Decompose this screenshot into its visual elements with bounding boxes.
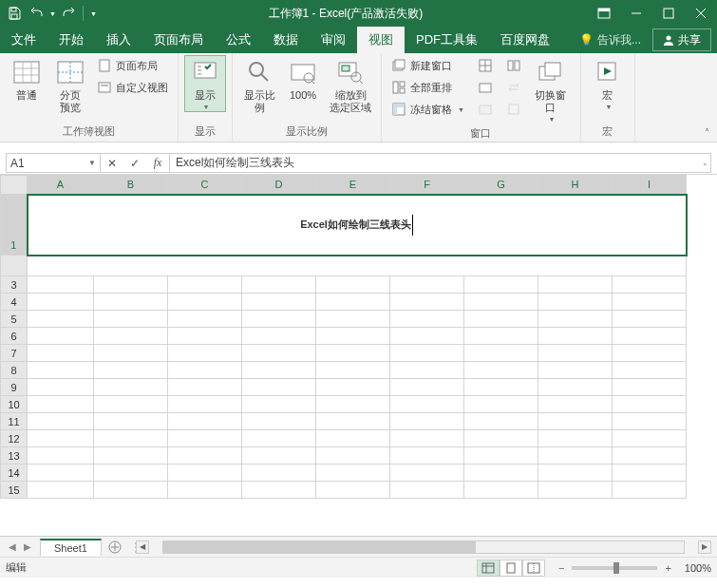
cell[interactable] xyxy=(390,396,464,413)
cell[interactable] xyxy=(464,482,538,499)
sync-scroll-button[interactable] xyxy=(502,77,525,98)
col-header[interactable]: A xyxy=(28,176,94,195)
arrange-all-button[interactable]: 全部重排 xyxy=(387,77,468,98)
pagebreak-view-button[interactable]: 分页 预览 xyxy=(49,55,91,116)
col-header[interactable]: C xyxy=(168,176,242,195)
cell[interactable] xyxy=(316,482,390,499)
cell[interactable] xyxy=(613,294,687,311)
cell[interactable] xyxy=(613,413,687,430)
cell[interactable] xyxy=(390,482,464,499)
cell[interactable] xyxy=(28,256,687,276)
scroll-left-icon[interactable]: ◀ xyxy=(136,541,149,554)
cell[interactable] xyxy=(94,362,168,379)
cell[interactable] xyxy=(390,447,464,465)
zoom-slider[interactable] xyxy=(572,566,657,570)
row-header[interactable]: 7 xyxy=(1,345,28,362)
cell[interactable] xyxy=(168,379,242,396)
redo-icon[interactable] xyxy=(58,3,79,24)
add-sheet-button[interactable] xyxy=(105,539,124,556)
normal-view-button[interactable]: 普通 xyxy=(6,55,47,104)
cell[interactable] xyxy=(242,328,316,345)
row-header[interactable]: 15 xyxy=(1,482,28,499)
cell[interactable] xyxy=(242,413,316,430)
cell[interactable] xyxy=(242,447,316,465)
cell[interactable] xyxy=(168,294,242,311)
cell[interactable] xyxy=(28,430,94,447)
tab-home[interactable]: 开始 xyxy=(47,27,95,53)
split-button[interactable] xyxy=(474,55,497,76)
cell[interactable] xyxy=(168,430,242,447)
freeze-panes-button[interactable]: 冻结窗格 ▼ xyxy=(387,99,468,120)
tab-file[interactable]: 文件 xyxy=(0,27,47,53)
cell[interactable] xyxy=(168,362,242,379)
cell[interactable] xyxy=(464,413,538,430)
scroll-thumb[interactable] xyxy=(163,541,476,553)
col-header[interactable]: I xyxy=(613,176,687,195)
cancel-edit-icon[interactable]: ✕ xyxy=(101,154,123,172)
zoom-out-button[interactable]: − xyxy=(555,562,568,574)
cell[interactable] xyxy=(316,465,390,482)
cell[interactable] xyxy=(242,379,316,396)
cell[interactable] xyxy=(613,430,687,447)
row-header[interactable] xyxy=(1,256,28,276)
cell[interactable] xyxy=(28,465,94,482)
cell[interactable] xyxy=(242,345,316,362)
row-header[interactable]: 11 xyxy=(1,413,28,430)
cell[interactable] xyxy=(390,379,464,396)
macros-button[interactable]: 宏 ▼ xyxy=(587,55,629,112)
cell[interactable] xyxy=(242,276,316,294)
tab-view[interactable]: 视图 xyxy=(357,27,405,53)
share-button[interactable]: 共享 xyxy=(652,28,711,51)
cell[interactable] xyxy=(94,413,168,430)
cell[interactable] xyxy=(538,294,613,311)
merged-cell-a1[interactable]: Excel如何绘制三线表头 xyxy=(28,195,687,256)
cell[interactable] xyxy=(613,276,687,294)
cell[interactable] xyxy=(168,276,242,294)
cell[interactable] xyxy=(390,276,464,294)
cell[interactable] xyxy=(316,379,390,396)
sheet-nav-prev-icon[interactable]: ◀ xyxy=(6,541,19,552)
row-header[interactable]: 1 xyxy=(1,195,28,256)
reset-pos-button[interactable] xyxy=(502,99,525,120)
tab-review[interactable]: 审阅 xyxy=(310,27,357,53)
zoom-selection-button[interactable]: 缩放到 选定区域 xyxy=(326,55,375,116)
row-header[interactable]: 14 xyxy=(1,465,28,482)
tab-pdf[interactable]: PDF工具集 xyxy=(405,27,489,53)
cell[interactable] xyxy=(168,328,242,345)
cell[interactable] xyxy=(168,311,242,328)
cell[interactable] xyxy=(538,413,613,430)
zoom-100-button[interactable]: 100% xyxy=(282,55,324,104)
view-side-button[interactable] xyxy=(502,55,525,76)
cell[interactable] xyxy=(28,311,94,328)
col-header[interactable]: E xyxy=(316,176,390,195)
cell[interactable] xyxy=(94,379,168,396)
expand-formula-icon[interactable]: ⌄ xyxy=(702,159,708,167)
cell[interactable] xyxy=(316,311,390,328)
cell[interactable] xyxy=(316,430,390,447)
cell[interactable] xyxy=(390,345,464,362)
switch-windows-button[interactable]: 切换窗口 ▼ xyxy=(527,55,575,124)
formula-input[interactable]: Excel如何绘制三线表头 ⌄ xyxy=(170,153,711,173)
cell[interactable] xyxy=(613,447,687,465)
cell[interactable] xyxy=(390,465,464,482)
cell[interactable] xyxy=(28,482,94,499)
cell[interactable] xyxy=(613,328,687,345)
minimize-icon[interactable] xyxy=(620,0,652,27)
cell[interactable] xyxy=(242,482,316,499)
cell[interactable] xyxy=(28,276,94,294)
cell[interactable] xyxy=(242,362,316,379)
zoom-thumb[interactable] xyxy=(613,562,619,574)
confirm-edit-icon[interactable]: ✓ xyxy=(123,154,146,172)
cell[interactable] xyxy=(28,328,94,345)
cell[interactable] xyxy=(316,328,390,345)
cell[interactable] xyxy=(316,276,390,294)
cell[interactable] xyxy=(390,430,464,447)
cell[interactable] xyxy=(464,379,538,396)
scroll-track[interactable] xyxy=(162,541,685,554)
row-header[interactable]: 8 xyxy=(1,362,28,379)
cell[interactable] xyxy=(613,345,687,362)
cell[interactable] xyxy=(464,465,538,482)
cell[interactable] xyxy=(613,379,687,396)
row-header[interactable]: 3 xyxy=(1,276,28,294)
sheet-nav-next-icon[interactable]: ▶ xyxy=(21,541,34,552)
